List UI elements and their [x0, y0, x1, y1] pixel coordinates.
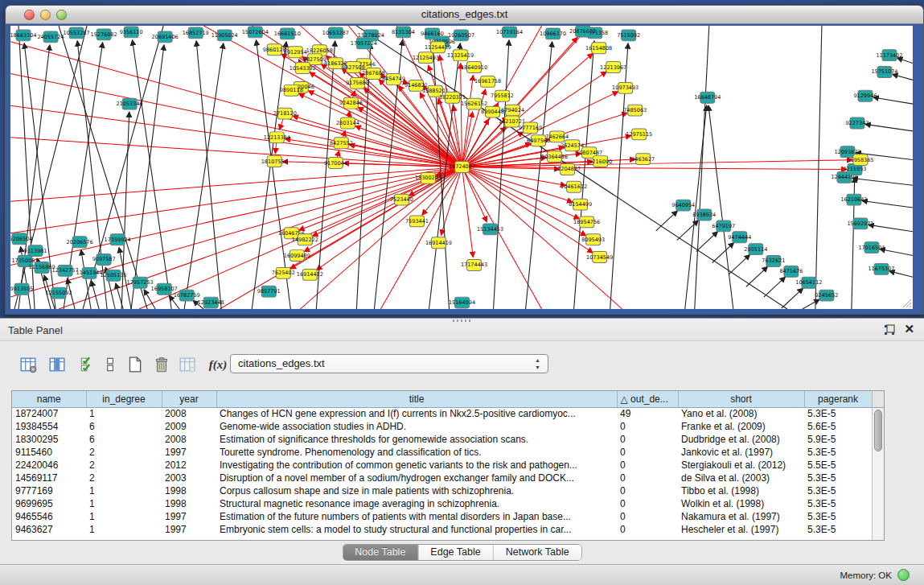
graph-node[interactable]: 7955812 — [491, 90, 514, 101]
graph-node[interactable]: 9227343 — [845, 117, 869, 129]
graph-node[interactable]: 8154499 — [569, 199, 592, 210]
table-row[interactable]: 911546021997Tourette syndrome. Phenomeno… — [12, 446, 872, 459]
node-table[interactable]: namein_degreeyeartitle△ out_de...shortpa… — [12, 391, 873, 536]
graph-node[interactable]: 8216090 — [589, 156, 612, 167]
column-header-name[interactable]: name — [12, 391, 86, 407]
graph-node[interactable]: 9356110 — [120, 27, 143, 38]
graph-node[interactable]: 8938924 — [692, 209, 716, 220]
graph-node[interactable]: 25206504 — [10, 233, 33, 245]
graph-node[interactable]: 21053346 — [117, 98, 143, 109]
graph-node[interactable]: 16914419 — [425, 237, 452, 249]
table-chooser-dropdown[interactable]: citations_edges.txt ▲▼ — [230, 354, 548, 373]
graph-node[interactable]: 15692971 — [847, 218, 873, 229]
tab-node-table[interactable]: Node Table — [343, 545, 418, 560]
graph-node[interactable]: 11254419 — [425, 42, 451, 53]
graph-node[interactable]: 11675307 — [868, 263, 894, 274]
graph-node[interactable]: 7593441 — [405, 216, 429, 227]
graph-node[interactable]: 9777169 — [519, 122, 542, 134]
new-table-icon[interactable] — [122, 352, 146, 377]
graph-node[interactable]: 7632621 — [762, 256, 785, 267]
graph-node[interactable]: 14982222 — [292, 234, 318, 245]
graph-node[interactable]: 10719164 — [496, 27, 523, 38]
window-titlebar[interactable]: citations_edges.txt — [6, 6, 923, 24]
table-row[interactable]: 1938455462009Genome-wide association stu… — [12, 420, 872, 433]
table-row[interactable]: 2242004622012Investigating the contribut… — [12, 459, 872, 472]
table-row[interactable]: 946362711997Embryonic stem cells: a mode… — [12, 523, 872, 536]
graph-node[interactable]: 2803144 — [336, 117, 359, 129]
graph-node[interactable]: 20691406 — [152, 31, 179, 43]
graph-node[interactable]: 20364486 — [541, 151, 568, 163]
graph-node[interactable]: 12204857 — [554, 164, 581, 175]
tab-edge-table[interactable]: Edge Table — [418, 545, 493, 560]
table-row[interactable]: 1456911722003Disruption of a novel membe… — [12, 472, 872, 484]
graph-node[interactable]: 9242848 — [339, 97, 363, 109]
graph-node[interactable]: 18640910 — [461, 62, 487, 73]
graph-node[interactable]: 10973493 — [612, 82, 639, 93]
graph-node[interactable]: 17957224 — [351, 38, 377, 49]
graph-node[interactable]: 9857791 — [257, 286, 281, 297]
graph-node[interactable]: 15164994 — [449, 297, 475, 308]
graph-node[interactable]: 12923448 — [198, 297, 224, 308]
column-header-in_degree[interactable]: in_degree — [86, 391, 162, 407]
table-row[interactable]: 946554611997Estimation of the future num… — [12, 510, 872, 523]
graph-node[interactable]: 9245652 — [815, 290, 838, 301]
function-builder-button[interactable]: f(x) — [206, 352, 230, 377]
graph-node[interactable]: 18663104 — [10, 30, 37, 41]
graph-node[interactable]: 18954756 — [573, 216, 600, 228]
graph-node[interactable]: 9474444 — [728, 232, 751, 243]
graph-node[interactable]: 9129946 — [853, 90, 877, 101]
graph-node[interactable]: 17016504 — [858, 242, 885, 253]
graph-node[interactable]: 16154808 — [585, 43, 612, 54]
column-header-title[interactable]: title — [216, 391, 617, 407]
graph-node[interactable]: 11905024 — [211, 30, 238, 41]
graph-node[interactable]: 16914412 — [297, 269, 323, 280]
graph-node[interactable]: 9860128 — [263, 44, 286, 56]
table-settings-icon[interactable] — [16, 352, 40, 377]
float-panel-icon[interactable] — [884, 324, 895, 336]
row-height-icon[interactable] — [98, 352, 122, 377]
graph-node[interactable]: 16661510 — [274, 28, 301, 39]
tab-network-table[interactable]: Network Table — [494, 545, 581, 560]
graph-node[interactable]: 18107554 — [261, 156, 288, 167]
graph-node[interactable]: 17957253 — [127, 277, 154, 288]
graph-node[interactable]: 8131304 — [392, 27, 415, 38]
show-column-icon[interactable] — [45, 352, 69, 377]
graph-node[interactable]: 9463627 — [631, 154, 655, 165]
scrollbar-thumb[interactable] — [874, 410, 882, 451]
column-header-year[interactable]: year — [162, 391, 216, 407]
graph-node[interactable]: 9313981 — [24, 245, 47, 257]
graph-node[interactable]: 12342757 — [52, 265, 79, 276]
table-vertical-scrollbar[interactable] — [872, 408, 884, 540]
graph-node[interactable]: 15751074 — [871, 67, 897, 78]
graph-node[interactable]: 7485063 — [623, 105, 647, 116]
delete-table-icon[interactable] — [150, 352, 174, 377]
graph-node[interactable]: 8454749 — [382, 73, 405, 84]
graph-node[interactable]: 16961758 — [474, 76, 501, 87]
graph-node[interactable]: 16210643 — [840, 194, 867, 205]
graph-node[interactable]: 12213384 — [264, 132, 290, 143]
graph-node[interactable]: 7515092 — [617, 30, 640, 41]
graph-node[interactable]: 6479197 — [712, 220, 735, 232]
table-panel-header[interactable]: Table Panel ✕ — [0, 319, 924, 341]
graph-node[interactable]: 7625402 — [272, 267, 295, 278]
graph-node[interactable]: 12155092 — [46, 287, 72, 299]
graph-node[interactable]: 9175685 — [346, 77, 369, 89]
graph-node[interactable]: 10653287 — [322, 27, 349, 39]
graph-node[interactable]: 12975115 — [626, 129, 652, 140]
column-header-pagerank[interactable]: pagerank — [804, 391, 872, 407]
table-row[interactable]: 977716911998Corpus callosum shape and si… — [12, 484, 872, 497]
graph-node[interactable]: 11325419 — [447, 50, 474, 61]
close-panel-icon[interactable]: ✕ — [904, 322, 914, 336]
graph-node[interactable]: 16782759 — [174, 290, 200, 301]
network-view-window[interactable]: citations_edges.txt 18724007186631042405… — [5, 5, 924, 315]
graph-node[interactable]: 8471676 — [779, 266, 803, 277]
resize-grip[interactable] — [901, 297, 912, 308]
graph-node[interactable]: 8095493 — [581, 234, 605, 245]
graph-node[interactable]: 10966170 — [540, 28, 566, 39]
panel-drag-handle-icon[interactable] — [453, 319, 472, 322]
graph-node[interactable]: 15072604 — [242, 27, 269, 38]
network-canvas[interactable]: 1872400718663104240557241055328715276082… — [10, 26, 913, 309]
graph-node[interactable]: 10543392 — [290, 63, 316, 74]
graph-node[interactable]: 16852719 — [183, 27, 209, 39]
table-row[interactable]: 1872400712008Changes of HCN gene express… — [12, 407, 872, 420]
